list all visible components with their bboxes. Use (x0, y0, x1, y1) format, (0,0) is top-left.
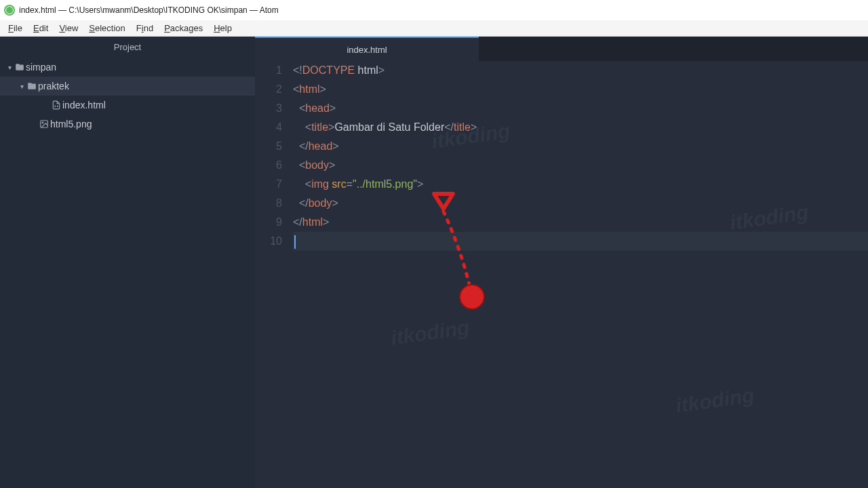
tree-file[interactable]: html5.png (0, 115, 255, 134)
text-cursor (294, 235, 296, 249)
menubar: File Edit View Selection Find Packages H… (0, 20, 868, 37)
code-line[interactable]: <title>Gambar di Satu Folder</title> (293, 118, 868, 137)
line-number: 5 (255, 137, 282, 156)
chevron-down-icon: ▾ (5, 64, 14, 71)
project-sidebar: Project ▾simpan▾praktekindex.htmlhtml5.p… (0, 37, 255, 488)
line-number: 1 (255, 61, 282, 80)
code-line[interactable]: </body> (293, 194, 868, 213)
file-tree: ▾simpan▾praktekindex.htmlhtml5.png (0, 58, 255, 488)
editor-pane: index.html 12345678910 <!DOCTYPE html><h… (255, 37, 868, 488)
folder-icon (26, 81, 38, 91)
line-number: 10 (255, 232, 282, 251)
code-line[interactable]: <html> (293, 80, 868, 99)
tree-folder[interactable]: ▾simpan (0, 58, 255, 77)
tab-label: index.html (347, 45, 387, 55)
tabbar: index.html (255, 37, 868, 61)
chevron-down-icon: ▾ (18, 83, 26, 90)
sidebar-header: Project (0, 37, 255, 58)
line-number: 2 (255, 80, 282, 99)
line-number: 7 (255, 175, 282, 194)
code-line[interactable]: <!DOCTYPE html> (293, 61, 868, 80)
code-line[interactable]: <head> (293, 99, 868, 118)
line-number: 6 (255, 156, 282, 175)
code-line[interactable]: </html> (293, 213, 868, 232)
tab-index-html[interactable]: index.html (255, 37, 479, 61)
menu-edit[interactable]: Edit (28, 22, 54, 35)
code-area[interactable]: 12345678910 <!DOCTYPE html><html> <head>… (255, 61, 868, 488)
code-line[interactable]: <body> (293, 156, 868, 175)
menu-selection[interactable]: Selection (83, 22, 130, 35)
file-icon (50, 100, 62, 110)
svg-point-1 (42, 122, 43, 123)
line-number: 3 (255, 99, 282, 118)
tree-item-label: html5.png (50, 119, 92, 129)
line-number: 8 (255, 194, 282, 213)
folder-icon (14, 62, 26, 72)
line-number: 4 (255, 118, 282, 137)
tree-file[interactable]: index.html (0, 96, 255, 115)
code-line[interactable]: </head> (293, 137, 868, 156)
menu-view[interactable]: View (54, 22, 83, 35)
tree-item-label: index.html (62, 100, 106, 110)
menu-file[interactable]: File (3, 22, 28, 35)
tree-folder[interactable]: ▾praktek (0, 77, 255, 96)
svg-point-2 (460, 285, 484, 309)
atom-logo-icon (4, 5, 15, 16)
tabbar-empty (479, 37, 868, 61)
menu-packages[interactable]: Packages (159, 22, 208, 35)
code-line[interactable] (293, 232, 868, 251)
image-icon (38, 119, 50, 129)
window-title: index.html — C:\Users\mwanm\Desktop\ITKO… (19, 5, 279, 15)
tree-item-label: praktek (38, 81, 69, 92)
line-number: 9 (255, 213, 282, 232)
menu-find[interactable]: Find (131, 22, 159, 35)
window-titlebar: index.html — C:\Users\mwanm\Desktop\ITKO… (0, 0, 868, 20)
code-content[interactable]: <!DOCTYPE html><html> <head> <title>Gamb… (293, 61, 868, 488)
menu-help[interactable]: Help (208, 22, 237, 35)
tree-item-label: simpan (26, 62, 56, 73)
line-gutter: 12345678910 (255, 61, 293, 488)
code-line[interactable]: <img src="../html5.png"> (293, 175, 868, 194)
